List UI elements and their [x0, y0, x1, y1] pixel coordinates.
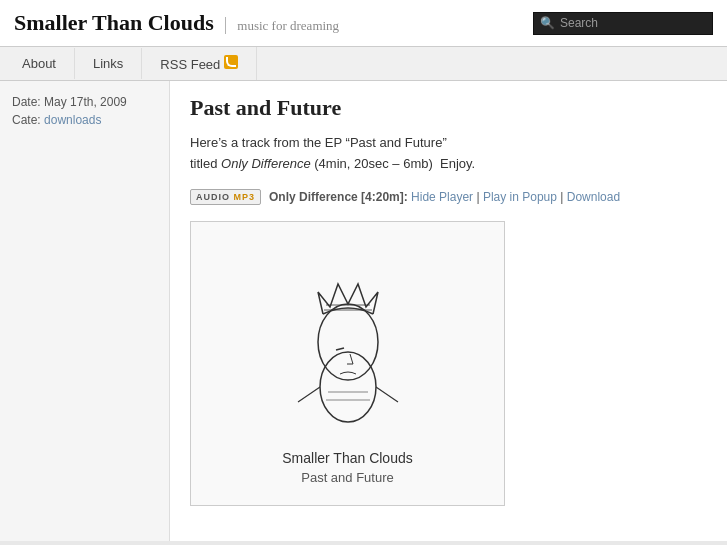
nav-tab-links[interactable]: Links: [75, 48, 142, 79]
nav-tab-rss[interactable]: RSS Feed: [142, 47, 257, 80]
sidebar-category: Cate: downloads: [12, 113, 157, 127]
album-art-subtitle: Past and Future: [301, 470, 394, 485]
audio-track-label: Only Difference [4:20m]:: [269, 190, 408, 204]
post-body-prefix: titled: [190, 156, 221, 171]
main-content: Past and Future Here’s a track from the …: [170, 81, 727, 541]
content-area: Date: May 17th, 2009 Cate: downloads Pas…: [0, 81, 727, 541]
audio-player-row: AUDIO MP3 Only Difference [4:20m]: Hide …: [190, 189, 707, 205]
badge-audio-text: AUDIO: [196, 192, 230, 202]
rss-icon: [224, 55, 238, 69]
sidebar-date: Date: May 17th, 2009: [12, 95, 157, 109]
download-link[interactable]: Download: [567, 190, 620, 204]
audio-controls: Only Difference [4:20m]: Hide Player | P…: [269, 190, 620, 204]
popup-link[interactable]: Play in Popup: [483, 190, 557, 204]
album-art-title: Smaller Than Clouds: [282, 450, 412, 466]
rss-label: RSS Feed: [160, 57, 220, 72]
sidebar: Date: May 17th, 2009 Cate: downloads: [0, 81, 170, 541]
audio-badge: AUDIO MP3: [190, 189, 261, 205]
pipe2: |: [557, 190, 567, 204]
hide-player-link[interactable]: Hide Player: [411, 190, 473, 204]
pipe1: |: [473, 190, 483, 204]
cate-value-link[interactable]: downloads: [44, 113, 101, 127]
album-art-container: Smaller Than Clouds Past and Future: [190, 221, 505, 506]
site-tagline: music for dreaming: [237, 18, 339, 34]
site-title-area: Smaller Than Clouds | music for dreaming: [14, 10, 339, 36]
site-header: Smaller Than Clouds | music for dreaming…: [0, 0, 727, 47]
search-input[interactable]: [560, 16, 700, 30]
cate-label: Cate:: [12, 113, 41, 127]
date-value: May 17th, 2009: [44, 95, 127, 109]
post-title: Past and Future: [190, 95, 707, 121]
post-body-line1: Here’s a track from the EP “Past and Fut…: [190, 135, 447, 150]
title-divider: |: [224, 14, 228, 35]
album-art-image: [248, 242, 448, 442]
site-title: Smaller Than Clouds: [14, 10, 214, 36]
search-area[interactable]: 🔍: [533, 12, 713, 35]
date-label: Date:: [12, 95, 41, 109]
svg-point-1: [318, 304, 378, 380]
badge-mp3-text: MP3: [234, 192, 256, 202]
nav-bar: About Links RSS Feed: [0, 47, 727, 81]
post-body: Here’s a track from the EP “Past and Fut…: [190, 133, 707, 175]
nav-tab-about[interactable]: About: [4, 48, 75, 79]
post-body-italic: Only Difference: [221, 156, 311, 171]
search-icon: 🔍: [540, 16, 555, 31]
post-body-suffix: (4min, 20sec – 6mb) Enjoy.: [311, 156, 476, 171]
svg-line-4: [336, 348, 344, 350]
svg-point-0: [320, 352, 376, 422]
